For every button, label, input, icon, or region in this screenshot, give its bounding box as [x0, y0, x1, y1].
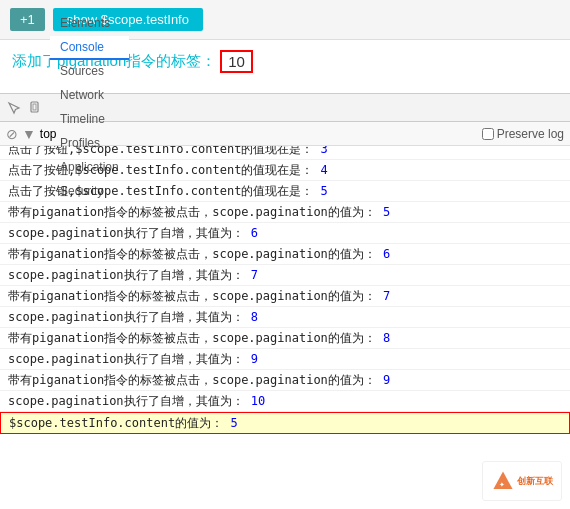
log-line: 带有piganation指令的标签被点击，scope.pagination的值为… [0, 286, 570, 307]
log-line: scope.pagination执行了自增，其值为： 6 [0, 223, 570, 244]
log-line: 点击了按钮,$scope.testInfo.content的值现在是： 3 [0, 146, 570, 160]
tab-sources[interactable]: Sources [50, 60, 129, 84]
preserve-log-text: Preserve log [497, 127, 564, 141]
log-num: 9 [376, 373, 390, 387]
clear-console-icon[interactable]: ⊘ [6, 126, 18, 142]
filter-icon[interactable]: ▼ [22, 126, 36, 142]
plus1-button[interactable]: +1 [10, 8, 45, 31]
preserve-log-checkbox[interactable] [482, 128, 494, 140]
tab-network[interactable]: Network [50, 84, 129, 108]
log-line: scope.pagination执行了自增，其值为： 8 [0, 307, 570, 328]
log-line: $scope.testInfo.content的值为： 5 [0, 412, 570, 434]
log-line: scope.pagination执行了自增，其值为： 7 [0, 265, 570, 286]
log-num: 5 [376, 205, 390, 219]
tab-console[interactable]: Console [50, 36, 129, 60]
log-num: 4 [313, 163, 327, 177]
log-num: 9 [244, 352, 258, 366]
svg-rect-0 [31, 102, 38, 112]
log-text: scope.pagination执行了自增，其值为： [8, 352, 244, 366]
log-text: 带有piganation指令的标签被点击，scope.pagination的值为… [8, 247, 376, 261]
log-text: scope.pagination执行了自增，其值为： [8, 268, 244, 282]
log-text: 带有piganation指令的标签被点击，scope.pagination的值为… [8, 205, 376, 219]
watermark: ✦ 创新互联 [482, 461, 562, 501]
tab-timeline[interactable]: Timeline [50, 108, 129, 132]
log-text: 带有piganation指令的标签被点击，scope.pagination的值为… [8, 331, 376, 345]
log-text: 带有piganation指令的标签被点击，scope.pagination的值为… [8, 289, 376, 303]
pagination-value: 10 [220, 50, 253, 73]
log-line: 带有piganation指令的标签被点击，scope.pagination的值为… [0, 244, 570, 265]
log-line: 点击了按钮,$scope.testInfo.content的值现在是： 5 [0, 181, 570, 202]
log-line: scope.pagination执行了自增，其值为： 10 [0, 391, 570, 412]
devtools-panel: ElementsConsoleSourcesNetworkTimelinePro… [0, 93, 570, 434]
svg-rect-1 [33, 104, 36, 110]
tab-elements[interactable]: Elements [50, 12, 129, 36]
log-text: $scope.testInfo.content的值为： [9, 416, 223, 430]
log-num: 7 [244, 268, 258, 282]
log-text: 点击了按钮,$scope.testInfo.content的值现在是： [8, 146, 313, 156]
log-line: 点击了按钮,$scope.testInfo.content的值现在是： 4 [0, 160, 570, 181]
log-text: 点击了按钮,$scope.testInfo.content的值现在是： [8, 184, 313, 198]
log-text: scope.pagination执行了自增，其值为： [8, 394, 244, 408]
watermark-text: 创新互联 [517, 475, 553, 488]
log-line: 带有piganation指令的标签被点击，scope.pagination的值为… [0, 370, 570, 391]
log-text: 带有piganation指令的标签被点击，scope.pagination的值为… [8, 373, 376, 387]
log-line: scope.pagination执行了自增，其值为： 9 [0, 349, 570, 370]
log-num: 7 [376, 289, 390, 303]
svg-text:✦: ✦ [499, 480, 505, 489]
console-log-area: 点击了按钮,$scope.testInfo.content的值现在是： 1点击了… [0, 146, 570, 434]
log-num: 3 [313, 146, 327, 156]
log-num: 6 [244, 226, 258, 240]
log-num: 8 [244, 310, 258, 324]
device-icon[interactable] [28, 100, 44, 116]
top-label[interactable]: top [40, 127, 57, 141]
log-text: 点击了按钮,$scope.testInfo.content的值现在是： [8, 163, 313, 177]
cursor-icon[interactable] [6, 100, 22, 116]
log-line: 带有piganation指令的标签被点击，scope.pagination的值为… [0, 328, 570, 349]
log-text: scope.pagination执行了自增，其值为： [8, 226, 244, 240]
log-num: 6 [376, 247, 390, 261]
log-num: 5 [313, 184, 327, 198]
log-num: 10 [244, 394, 266, 408]
devtools-tabs-header: ElementsConsoleSourcesNetworkTimelinePro… [0, 94, 570, 122]
log-num: 8 [376, 331, 390, 345]
log-num: 5 [223, 416, 237, 430]
log-text: scope.pagination执行了自增，其值为： [8, 310, 244, 324]
log-line: 带有piganation指令的标签被点击，scope.pagination的值为… [0, 202, 570, 223]
preserve-log-label: Preserve log [482, 127, 564, 141]
